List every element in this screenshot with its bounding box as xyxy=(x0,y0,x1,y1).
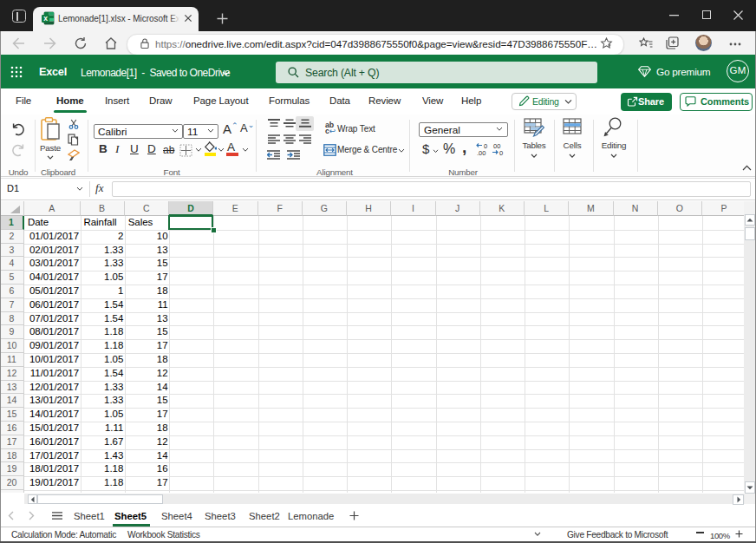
svg-text:x: x xyxy=(43,14,48,23)
svg-text:0: 0 xyxy=(499,149,503,156)
svg-text:.00: .00 xyxy=(477,149,486,156)
